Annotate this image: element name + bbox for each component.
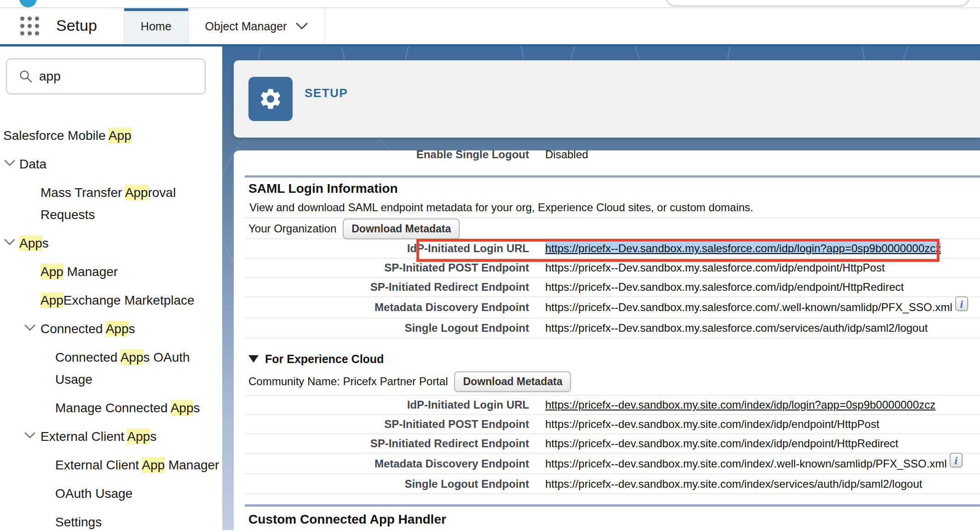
download-metadata-button-org[interactable]: Download Metadata <box>343 219 460 239</box>
endpoint-url-text: https://pricefx--dev.sandbox.my.site.com… <box>545 437 898 450</box>
info-icon[interactable]: i <box>955 296 968 311</box>
search-match-highlight: App <box>109 127 132 144</box>
endpoint-value: https://pricefx--Dev.sandbox.my.salesfor… <box>545 242 980 255</box>
sidebar-item-text: Salesforce Mobile <box>3 128 109 143</box>
sidebar-item-connected-apps-oauth-usage[interactable]: Connected Apps OAuth Usage <box>0 346 193 391</box>
subsection-divider <box>245 217 980 218</box>
sidebar-item-connected-apps[interactable]: Connected Apps <box>0 318 222 340</box>
setup-nav-bar: Setup Home Object Manager <box>0 8 980 44</box>
setup-page-header-card: SETUP <box>234 60 980 138</box>
tab-home[interactable]: Home <box>124 8 189 44</box>
sidebar-item-apps[interactable]: Apps <box>0 232 222 254</box>
endpoint-link[interactable]: https://pricefx--Dev.sandbox.my.salesfor… <box>545 242 941 255</box>
setup-nav-tree: Salesforce Mobile AppDataMass Transfer A… <box>0 125 222 530</box>
sidebar-item-external-client-app-manager[interactable]: External Client App Manager <box>0 454 222 476</box>
setup-gear-icon <box>248 77 293 121</box>
quick-find-input[interactable] <box>39 69 186 84</box>
endpoint-row: IdP-Initiated Login URLhttps://pricefx--… <box>245 395 980 414</box>
setup-background: Salesforce Mobile AppDataMass Transfer A… <box>0 46 980 530</box>
endpoint-url-text: https://pricefx--Dev.sandbox.my.salesfor… <box>545 281 904 294</box>
sidebar-item-oauth-usage[interactable]: OAuth Usage <box>0 483 222 505</box>
sidebar-item-text: s <box>129 322 135 336</box>
endpoint-url-text: https://pricefx--Dev.sandbox.my.salesfor… <box>545 301 952 314</box>
download-metadata-button-community[interactable]: Download Metadata <box>454 371 571 392</box>
sidebar-item-salesforce-mobile-app[interactable]: Salesforce Mobile App <box>0 125 222 147</box>
your-organization-label: Your Organization <box>248 222 336 235</box>
search-match-highlight: App <box>142 457 165 473</box>
endpoint-value: https://pricefx--dev.sandbox.my.site.com… <box>545 456 980 471</box>
sidebar-item-text: s <box>42 236 49 250</box>
experience-cloud-header[interactable]: For Experience Cloud <box>248 352 980 366</box>
custom-connected-app-handler-title: Custom Connected App Handler <box>248 511 980 528</box>
sidebar-item-mass-transfer-approval-requests[interactable]: Mass Transfer Approval Requests <box>0 182 198 226</box>
sidebar-item-text: External Client <box>55 458 142 472</box>
sidebar-item-text: Connected <box>40 322 106 336</box>
endpoint-label: SP-Initiated Redirect Endpoint <box>245 281 529 294</box>
selected-text: https://pricefx--Dev.sandbox.my.salesfor… <box>545 242 941 254</box>
endpoint-label: IdP-Initiated Login URL <box>245 242 529 255</box>
endpoint-label: Metadata Discovery Endpoint <box>245 457 529 470</box>
endpoint-row: SP-Initiated POST Endpointhttps://pricef… <box>245 258 980 277</box>
sidebar-item-text: Manager <box>165 458 219 472</box>
app-launcher-waffle-icon[interactable] <box>20 17 40 36</box>
chevron-down-icon <box>4 239 15 246</box>
endpoint-value: https://pricefx--dev.sandbox.my.site.com… <box>545 418 980 431</box>
search-match-highlight: App <box>19 235 42 251</box>
endpoint-url-text: https://pricefx--dev.sandbox.my.site.com… <box>545 418 879 431</box>
section-divider <box>245 175 980 178</box>
sidebar-item-text: Manage Connected <box>55 401 171 415</box>
endpoint-label: Single Logout Endpoint <box>245 478 529 491</box>
search-icon <box>19 69 33 83</box>
saml-section-title: SAML Login Information <box>248 180 980 197</box>
global-search-fragment[interactable] <box>666 0 969 6</box>
sidebar-item-appexchange-marketplace[interactable]: AppExchange Marketplace <box>0 289 222 312</box>
search-match-highlight: App <box>121 349 144 365</box>
collapse-triangle-icon <box>248 355 259 363</box>
endpoint-label: IdP-Initiated Login URL <box>245 398 529 411</box>
endpoint-value: https://pricefx--Dev.sandbox.my.salesfor… <box>545 261 980 274</box>
main-column: SETUP Enable Single Logout Disabled SAML… <box>222 46 980 530</box>
search-match-highlight: App <box>40 292 63 308</box>
enable-single-logout-value: Disabled <box>545 150 980 161</box>
sidebar-item-text: s <box>150 429 156 444</box>
endpoint-row: IdP-Initiated Login URLhttps://pricefx--… <box>245 238 980 258</box>
sidebar-item-text: External Client <box>40 429 127 444</box>
endpoint-value: https://pricefx--Dev.sandbox.my.salesfor… <box>545 300 980 315</box>
endpoint-row: SP-Initiated POST Endpointhttps://pricef… <box>245 414 980 433</box>
saml-section-description: View and download SAML endpoint metadata… <box>249 201 980 214</box>
sidebar-item-text: s <box>193 401 200 415</box>
tab-home-label: Home <box>141 20 172 33</box>
search-match-highlight: App <box>127 428 150 444</box>
sidebar-item-settings[interactable]: Settings <box>0 511 222 530</box>
setup-sidebar: Salesforce Mobile AppDataMass Transfer A… <box>0 46 222 530</box>
experience-cloud-endpoint-table: IdP-Initiated Login URLhttps://pricefx--… <box>245 395 980 494</box>
sidebar-item-text: Exchange Marketplace <box>63 293 195 307</box>
sidebar-item-data[interactable]: Data <box>0 153 222 175</box>
endpoint-row: Metadata Discovery Endpointhttps://price… <box>245 453 980 473</box>
your-organization-row: Your Organization Download Metadata <box>248 219 980 238</box>
sidebar-item-text: Mass Transfer <box>40 185 125 200</box>
quick-find-box <box>6 58 206 94</box>
tab-object-manager[interactable]: Object Manager <box>189 8 325 44</box>
sidebar-item-external-client-apps[interactable]: External Client Apps <box>0 426 222 448</box>
sidebar-item-text: Data <box>19 157 46 171</box>
endpoint-link[interactable]: https://pricefx--dev.sandbox.my.site.com… <box>545 398 935 411</box>
sidebar-item-app-manager[interactable]: App Manager <box>0 261 222 283</box>
endpoint-label: Metadata Discovery Endpoint <box>245 301 529 314</box>
sso-settings-card: Enable Single Logout Disabled SAML Login… <box>234 150 980 530</box>
endpoint-url-text: https://pricefx--dev.sandbox.my.site.com… <box>545 457 947 470</box>
endpoint-label: SP-Initiated POST Endpoint <box>245 418 529 431</box>
section-divider-bottom <box>245 504 980 507</box>
endpoint-label: SP-Initiated POST Endpoint <box>245 261 529 274</box>
sidebar-item-text: Settings <box>55 515 102 529</box>
chevron-down-icon <box>4 160 15 167</box>
endpoint-row: SP-Initiated Redirect Endpointhttps://pr… <box>245 433 980 453</box>
info-icon[interactable]: i <box>950 453 963 468</box>
salesforce-logo-fragment <box>19 0 37 7</box>
enable-single-logout-row: Enable Single Logout Disabled <box>245 150 980 165</box>
sidebar-item-manage-connected-apps[interactable]: Manage Connected Apps <box>0 397 222 419</box>
endpoint-value: https://pricefx--dev.sandbox.my.site.com… <box>545 437 980 450</box>
endpoint-value: https://pricefx--dev.sandbox.my.site.com… <box>545 398 980 411</box>
chevron-down-icon <box>24 432 35 439</box>
endpoint-url-text: https://pricefx--Dev.sandbox.my.salesfor… <box>545 322 928 335</box>
